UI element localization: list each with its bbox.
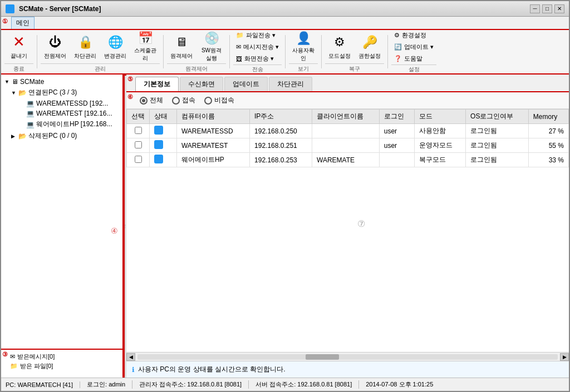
envsetting-label: 환경설정: [402, 31, 426, 39]
tab-screen[interactable]: 수신화면: [180, 77, 223, 91]
cell-login-0: user: [379, 124, 414, 138]
server-icon: 🖥: [12, 78, 18, 86]
change-button[interactable]: 🌐 변경관리: [101, 31, 130, 62]
tree-pc-3[interactable]: 💻 웨어메이트HP [192.168...: [3, 118, 120, 130]
menu-item-main[interactable]: 메인: [11, 17, 35, 29]
status-msg-text: 사용자 PC의 운영 상태를 실시간으로 확인합니다.: [138, 365, 286, 374]
radio-all-circle: [140, 97, 148, 105]
update-icon: 🔄: [394, 43, 402, 51]
cell-oslogin-1: 로그인됨: [466, 138, 529, 153]
close-button[interactable]: ✕: [554, 4, 564, 13]
maximize-button[interactable]: □: [542, 4, 552, 13]
scroll-thumb[interactable]: [306, 354, 339, 360]
filter-connected[interactable]: 접속: [172, 96, 195, 105]
remote-button[interactable]: 🖥 원격제어: [167, 31, 196, 62]
row-checkbox-0[interactable]: [135, 127, 142, 134]
exit-button[interactable]: ✕ 끝내기: [4, 31, 33, 62]
minimize-button[interactable]: ─: [530, 4, 540, 13]
horizontal-scrollbar[interactable]: ◀ ▶: [126, 352, 569, 361]
root-expand-icon[interactable]: ▼: [4, 79, 10, 85]
table-row[interactable]: 웨어메이트HP 192.168.0.253 WAREMATE 복구모드 로그인됨…: [127, 153, 569, 167]
label-4: ④: [111, 226, 118, 235]
row-checkbox-1[interactable]: [135, 141, 142, 148]
pc1-icon: 💻: [26, 100, 35, 107]
exit-label: 끝내기: [11, 52, 27, 60]
cell-select-1[interactable]: [127, 138, 150, 153]
deleted-group-label: 삭제된PC (0 / 0): [28, 131, 77, 141]
label-1: ①: [2, 18, 8, 25]
deleted-folder-icon: 📂: [18, 132, 27, 140]
sep-3: [229, 35, 230, 68]
label-3: ③: [2, 351, 8, 358]
sep-4: [285, 35, 286, 68]
filter-bar: ⑥ 전체 접속 비접속: [126, 92, 569, 109]
bottom-left-panel: ③ ✉ 받은메시지[0] 📁 받은 파일[0]: [1, 350, 122, 378]
cell-computer-0: WAREMATESSD: [176, 124, 249, 138]
filetransfer-icon: 📁: [236, 32, 244, 39]
usercheck-label: 사용자확인: [291, 47, 316, 62]
usercheck-button[interactable]: 👤 사용자확인: [289, 31, 318, 62]
col-client: 클라이언트이름: [312, 110, 380, 124]
files-item[interactable]: 📁 받은 파일[0]: [10, 361, 120, 371]
messages-label: 받은메시지[0]: [17, 353, 55, 361]
tab-info[interactable]: 기본정보: [135, 77, 179, 91]
content-area: ▼ 🖥 SCMate ▼ 📂 연결된PC (3 / 3) 💻 WAREMATES…: [1, 75, 569, 378]
file-icon: 📁: [10, 363, 18, 370]
tree-area: ▼ 🖥 SCMate ▼ 📂 연결된PC (3 / 3) 💻 WAREMATES…: [1, 75, 122, 350]
authsetting-button[interactable]: 🔑 권한설정: [355, 31, 384, 62]
tree-deleted-group[interactable]: ▶ 📂 삭제된PC (0 / 0): [3, 130, 120, 142]
cell-ip-0: 192.168.0.250: [250, 124, 312, 138]
tab-cutoff[interactable]: 차단관리: [269, 77, 312, 91]
cell-select-2[interactable]: [127, 153, 150, 167]
envsetting-button[interactable]: ⚙ 환경설정: [391, 30, 436, 41]
group-label-mgmt: 관리: [41, 63, 160, 73]
mail-icon: ✉: [10, 353, 15, 360]
usercheck-icon: 👤: [294, 31, 312, 46]
row-checkbox-2[interactable]: [135, 156, 142, 163]
cell-select-0[interactable]: [127, 124, 150, 138]
tree-root-label: SCMate: [20, 78, 44, 86]
scroll-left-btn[interactable]: ◀: [126, 353, 135, 361]
authsetting-icon: 🔑: [361, 33, 379, 51]
cell-memory-1: 55 %: [528, 138, 568, 153]
toolbar: ✕ 끝내기 종료 ⏻ 전원제어 🔒 차단관리 🌐 변경관리: [1, 30, 569, 75]
tree-connected-group[interactable]: ▼ 📂 연결된PC (3 / 3): [3, 87, 120, 98]
schedule-button[interactable]: 📅 스케줄관리: [131, 31, 160, 62]
window-controls: ─ □ ✕: [530, 4, 564, 13]
power-button[interactable]: ⏻ 전원제어: [41, 31, 70, 62]
swremote-label: SW원격실행: [199, 47, 224, 62]
msgtransfer-icon: ✉: [236, 43, 241, 51]
authsetting-label: 권한설정: [358, 52, 381, 60]
status-icon-1: [154, 140, 163, 149]
swremote-button[interactable]: 💿 SW원격실행: [197, 31, 226, 62]
group-label-transfer: 전송: [233, 64, 282, 73]
cell-oslogin-0: 로그인됨: [466, 124, 529, 138]
messages-item[interactable]: ✉ 받은메시지[0]: [10, 352, 120, 361]
update-label: 업데이트 ▾: [404, 43, 434, 51]
tree-root[interactable]: ▼ 🖥 SCMate: [3, 77, 120, 87]
scroll-right-btn[interactable]: ▶: [560, 353, 569, 361]
tree-pc-1[interactable]: 💻 WAREMATESSD [192...: [3, 98, 120, 108]
tree-pc-2[interactable]: 💻 WAREMATEST [192.16...: [3, 108, 120, 118]
filetransfer-button[interactable]: 📁 파일전송 ▾: [233, 30, 282, 41]
remote-icon: 🖥: [173, 33, 190, 51]
cell-login-1: user: [379, 138, 414, 153]
remote-label: 원격제어: [170, 52, 193, 60]
pc2-label: WAREMATEST [192.16...: [36, 110, 112, 117]
cell-status-1: [150, 138, 177, 153]
filter-disconnected[interactable]: 비접속: [204, 96, 234, 105]
filter-all[interactable]: 전체: [140, 96, 163, 105]
connected-expand-icon[interactable]: ▼: [11, 90, 17, 96]
screentransfer-button[interactable]: 🖼 화면전송 ▾: [233, 53, 282, 64]
msgtransfer-button[interactable]: ✉ 메시지전송 ▾: [233, 42, 282, 52]
table-row[interactable]: WAREMATEST 192.168.0.251 user 운영자모드 로그인됨…: [127, 138, 569, 153]
app-window: SCMate - Server [SCMate] ─ □ ✕ ① 메인 ✕ 끝내…: [0, 0, 570, 392]
help-button[interactable]: ❓ 도움말: [391, 53, 436, 64]
table-row[interactable]: WAREMATESSD 192.168.0.250 user 사용안함 로그인됨…: [127, 124, 569, 138]
cutoff-button[interactable]: 🔒 차단관리: [71, 31, 100, 62]
update-button[interactable]: 🔄 업데이트 ▾: [391, 42, 436, 52]
exit-icon: ✕: [10, 33, 28, 51]
tab-update[interactable]: 업데이트: [224, 77, 268, 91]
deleted-expand-icon[interactable]: ▶: [11, 133, 17, 139]
modesetting-button[interactable]: ⚙ 모드설정: [325, 31, 354, 62]
